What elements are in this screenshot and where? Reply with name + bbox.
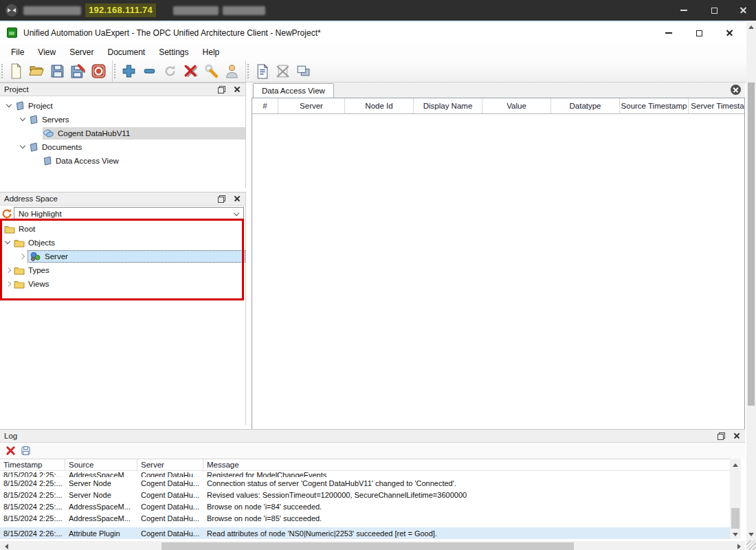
log-column-server[interactable]: Server [137, 459, 203, 470]
highlight-selector-dropdown[interactable]: No Highlight [14, 207, 244, 220]
app-minimize-button[interactable] [658, 22, 679, 44]
tree-item-project[interactable]: Project [0, 99, 245, 113]
scroll-down-arrow[interactable] [730, 529, 741, 539]
scroll-up-arrow[interactable] [746, 22, 756, 32]
log-vertical-scrollbar[interactable] [730, 459, 741, 539]
app-maximize-button[interactable] [689, 22, 709, 44]
log-horizontal-scrollbar[interactable] [0, 541, 745, 550]
chevron-down-icon[interactable] [4, 100, 15, 111]
log-row[interactable]: 8/15/2024 2:25:... Server Node Cogent Da… [0, 489, 730, 500]
remote-minimize-button[interactable] [674, 0, 694, 21]
menu-settings[interactable]: Settings [152, 45, 195, 59]
scrollbar-thumb[interactable] [162, 542, 574, 550]
column-header-display-name[interactable]: Display Name [414, 98, 482, 113]
column-header-value[interactable]: Value [482, 98, 551, 113]
tree-item-types[interactable]: Types [0, 263, 245, 277]
server-settings-button[interactable] [201, 62, 221, 81]
close-panel-button[interactable] [234, 87, 240, 93]
tree-item-servers[interactable]: Servers [0, 113, 245, 126]
copy-document-button[interactable] [293, 62, 313, 81]
column-header-datatype[interactable]: Datatype [551, 98, 620, 113]
float-panel-icon[interactable] [718, 432, 725, 440]
log-row[interactable]: 8/15/2024 2:25:... AddressSpaceM... Coge… [0, 471, 730, 477]
column-header-server[interactable]: Server [278, 98, 345, 113]
remote-close-button[interactable] [733, 0, 753, 21]
remote-maximize-button[interactable] [704, 0, 724, 21]
tree-item-objects[interactable]: Objects [0, 236, 245, 250]
tab-data-access-view[interactable]: Data Access View [253, 83, 334, 98]
log-column-source[interactable]: Source [65, 459, 137, 470]
add-server-button[interactable] [118, 62, 139, 81]
exit-button[interactable] [88, 62, 109, 81]
chevron-down-icon[interactable] [18, 142, 29, 153]
scroll-right-arrow[interactable] [734, 541, 744, 550]
tree-item-server[interactable]: Server [0, 250, 245, 263]
tree-item-data-access-view[interactable]: Data Access View [0, 154, 245, 168]
close-icon [234, 87, 240, 93]
red-x-icon [183, 63, 199, 79]
plus-icon [121, 63, 137, 79]
float-panel-icon[interactable] [218, 86, 225, 94]
log-row[interactable]: 8/15/2024 2:25:... AddressSpaceM... Coge… [0, 500, 730, 512]
menu-server[interactable]: Server [63, 45, 100, 59]
refresh-button[interactable] [0, 207, 14, 221]
close-icon [234, 196, 240, 202]
column-header-source-timestamp[interactable]: Source Timestamp [620, 98, 689, 113]
log-row-selected[interactable]: 8/15/2024 2:26:... Attribute Plugin Coge… [0, 527, 730, 539]
dav-table-body-empty[interactable] [252, 114, 744, 431]
user-icon [224, 63, 240, 79]
tree-item-cogent-datahub[interactable]: Cogent DataHubV11 [0, 126, 245, 140]
log-row[interactable]: 8/15/2024 2:25:... Server Node Cogent Da… [0, 477, 730, 489]
scroll-left-arrow[interactable] [1, 541, 11, 550]
open-project-button[interactable] [26, 62, 47, 81]
resize-grip[interactable] [746, 540, 756, 550]
close-document-button[interactable] [731, 85, 741, 95]
scroll-up-arrow[interactable] [730, 460, 741, 470]
remove-server-button[interactable] [139, 62, 159, 81]
menu-view[interactable]: View [31, 45, 63, 59]
chevron-down-icon[interactable] [18, 114, 29, 125]
maximize-icon [711, 8, 718, 14]
clear-log-button[interactable] [3, 444, 18, 458]
tree-item-root[interactable]: Root [0, 222, 245, 236]
remote-view-vertical-scrollbar[interactable] [746, 21, 756, 540]
chevron-down-icon[interactable] [3, 237, 14, 248]
close-panel-button[interactable] [733, 433, 740, 439]
menu-help[interactable]: Help [196, 45, 227, 59]
dav-table-header: # Server Node Id Display Name Value Data… [252, 98, 744, 114]
column-header-index[interactable]: # [252, 98, 278, 113]
log-column-message[interactable]: Message [203, 459, 730, 470]
highlight-selector-row: No Highlight [0, 206, 245, 221]
save-project-as-button[interactable] [67, 62, 88, 81]
save-log-button[interactable] [18, 444, 33, 458]
chevron-right-icon[interactable] [3, 278, 14, 289]
log-column-timestamp[interactable]: Timestamp [0, 459, 65, 470]
tree-item-views[interactable]: Views [0, 277, 245, 291]
chevron-right-icon[interactable] [3, 265, 14, 276]
address-space-panel: Address Space No Highlight Root Objects [0, 192, 246, 425]
log-row[interactable]: 8/15/2024 2:25:... AddressSpaceM... Coge… [0, 512, 730, 524]
remove-document-button[interactable] [272, 62, 293, 81]
menu-document[interactable]: Document [100, 45, 152, 59]
chevron-right-icon[interactable] [16, 251, 27, 262]
new-project-button[interactable] [5, 62, 26, 81]
redacted-text [173, 6, 219, 15]
menu-file[interactable]: File [4, 45, 31, 59]
float-panel-icon[interactable] [218, 195, 225, 203]
scroll-down-arrow[interactable] [746, 529, 756, 539]
scrollbar-thumb[interactable] [748, 82, 755, 406]
uaexpert-window: Unified Automation UaExpert - The OPC Un… [0, 21, 746, 550]
add-document-button[interactable] [252, 62, 272, 81]
save-project-button[interactable] [47, 62, 67, 81]
column-header-server-timestamp[interactable]: Server Timestamp [689, 98, 744, 113]
app-close-button[interactable] [719, 22, 740, 44]
tree-item-documents[interactable]: Documents [0, 140, 245, 154]
change-user-button[interactable] [221, 62, 242, 81]
column-header-node-id[interactable]: Node Id [345, 98, 414, 113]
disconnect-server-button[interactable] [180, 62, 201, 81]
scrollbar-thumb[interactable] [731, 508, 740, 529]
close-panel-button[interactable] [234, 196, 240, 202]
minus-icon [142, 63, 157, 79]
binder-icon [15, 101, 25, 111]
reconnect-server-button[interactable] [159, 62, 180, 81]
